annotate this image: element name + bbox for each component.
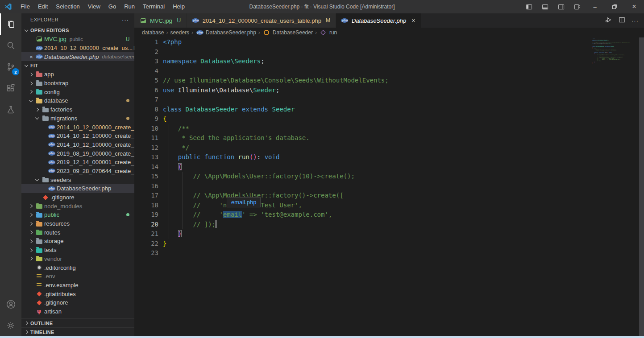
close-tab-icon[interactable]: ×: [410, 17, 417, 24]
tree-item-tests[interactable]: tests: [21, 246, 134, 255]
chevron-right-icon[interactable]: [28, 89, 34, 95]
tree-item--gitattributes[interactable]: .gitattributes: [21, 289, 134, 298]
explorer-more-actions-icon[interactable]: ···: [122, 16, 129, 23]
code-line-5[interactable]: 5// use Illuminate\Database\Console\Seed…: [134, 76, 592, 86]
tree-item--gitignore[interactable]: .gitignore: [21, 193, 134, 202]
open-editor-item[interactable]: ×DatabaseSeeder.phpdatabase\seeders: [21, 52, 134, 61]
close-window-button[interactable]: ×: [624, 0, 644, 13]
tree-item-2019-08-19-000000-create-failed-j-[interactable]: 2019_08_19_000000_create_failed_j...: [21, 149, 134, 158]
tree-item-2019-12-14-000001-create-person-[interactable]: 2019_12_14_000001_create_person...: [21, 158, 134, 167]
tree-item-2014-10-12-100000-create-passw-[interactable]: 2014_10_12_100000_create_passw...: [21, 140, 134, 149]
chevron-right-icon[interactable]: [28, 229, 34, 235]
chevron-down-icon[interactable]: [28, 98, 34, 104]
code-line-18[interactable]: 18 // 'name' => 'Test User',: [134, 201, 592, 210]
tree-item--env[interactable]: .env: [21, 272, 134, 281]
chevron-right-icon[interactable]: [28, 212, 34, 218]
code-line-3[interactable]: 3namespace Database\Seeders;: [134, 57, 592, 66]
code-line-10[interactable]: 10 /**: [134, 124, 592, 134]
restore-button[interactable]: [605, 0, 624, 13]
tree-item-resources[interactable]: resources: [21, 219, 134, 228]
run-php-icon[interactable]: [605, 16, 612, 25]
code-line-7[interactable]: 7: [134, 95, 592, 105]
tree-item-node-modules[interactable]: node_modules: [21, 202, 134, 210]
timeline-header[interactable]: TIMELINE: [21, 327, 134, 336]
menu-run[interactable]: Run: [120, 0, 139, 13]
breadcrumb-item-run[interactable]: run: [319, 29, 337, 36]
chevron-right-icon[interactable]: [28, 203, 34, 209]
toggle-secondary-sidebar-icon[interactable]: [553, 0, 569, 13]
menu-selection[interactable]: Selection: [52, 0, 83, 13]
code-line-20[interactable]: 20 // ]);: [134, 220, 592, 230]
chevron-down-icon[interactable]: [34, 115, 40, 121]
tree-item-artisan[interactable]: ψartisan: [21, 307, 134, 316]
code-line-23[interactable]: 23: [134, 248, 592, 258]
tree-item-seeders[interactable]: seeders: [21, 175, 134, 184]
root-folder-header[interactable]: FIT: [21, 61, 134, 70]
tab-databaseseeder-php[interactable]: DatabaseSeeder.php×: [336, 13, 422, 28]
tree-item-storage[interactable]: storage: [21, 237, 134, 246]
code-line-19[interactable]: 19 // 'email' => 'test@example.com',: [134, 210, 592, 220]
tab-2014-10-12-000000-create-users-table-php[interactable]: 2014_10_12_000000_create_users_table.php…: [187, 13, 336, 28]
source-control-icon[interactable]: 2: [0, 56, 21, 78]
extensions-icon[interactable]: [0, 78, 21, 99]
chevron-right-icon[interactable]: [28, 80, 34, 87]
breadcrumb-item-seeders[interactable]: seeders: [170, 29, 189, 36]
code-line-17[interactable]: 17 // \App\Models\User::factory()->creat…: [134, 191, 592, 201]
code-line-6[interactable]: 6use Illuminate\Database\Seeder;: [134, 86, 592, 95]
menu-help[interactable]: Help: [169, 0, 189, 13]
menu-edit[interactable]: Edit: [34, 0, 52, 13]
code-line-12[interactable]: 12 */: [134, 143, 592, 153]
tree-item--editorconfig[interactable]: .editorconfig: [21, 263, 134, 272]
editor-scrollbar[interactable]: [639, 37, 644, 336]
open-editor-item[interactable]: MVC.jpgpublicU: [21, 35, 134, 44]
breadcrumb-item-databaseseeder-php[interactable]: DatabaseSeeder.php: [195, 29, 256, 36]
tree-item--env-example[interactable]: .env.example: [21, 281, 134, 290]
minimap[interactable]: <?phpnamespace Database\Seeders;// use I…: [592, 38, 639, 66]
tree-item-config[interactable]: config: [21, 87, 134, 96]
open-editor-item[interactable]: 2014_10_12_000000_create_us...M: [21, 44, 134, 53]
tree-item-public[interactable]: public: [21, 210, 134, 219]
customize-layout-icon[interactable]: [569, 0, 585, 13]
code-line-21[interactable]: 21 }: [134, 229, 592, 239]
chevron-right-icon[interactable]: [28, 256, 34, 262]
code-line-4[interactable]: 4: [134, 66, 592, 76]
explorer-icon[interactable]: [0, 13, 21, 35]
chevron-down-icon[interactable]: [34, 177, 40, 183]
breadcrumb-item-databaseseeder[interactable]: DatabaseSeeder: [262, 29, 313, 36]
menu-terminal[interactable]: Terminal: [139, 0, 169, 13]
menu-file[interactable]: File: [17, 0, 34, 13]
tree-item-app[interactable]: app: [21, 70, 134, 79]
chevron-right-icon[interactable]: [28, 221, 34, 227]
more-actions-icon[interactable]: ···: [632, 17, 639, 24]
tree-item-bootstrap[interactable]: bootstrap: [21, 79, 134, 88]
menu-go[interactable]: Go: [104, 0, 120, 13]
chevron-right-icon[interactable]: [28, 247, 34, 253]
code-line-22[interactable]: 22}: [134, 239, 592, 249]
code-line-14[interactable]: 14 {: [134, 162, 592, 172]
code-line-11[interactable]: 11 * Seed the application's database.: [134, 133, 592, 143]
tree-item--gitignore[interactable]: .gitignore: [21, 298, 134, 307]
tab-mvc-jpg[interactable]: MVC.jpgU: [134, 13, 187, 28]
tree-item-database[interactable]: database: [21, 96, 134, 105]
close-icon[interactable]: ×: [28, 54, 35, 60]
settings-gear-icon[interactable]: [0, 315, 21, 336]
breadcrumb-item-database[interactable]: database: [142, 29, 164, 36]
code-line-15[interactable]: 15 // \App\Models\User::factory(10)->cre…: [134, 172, 592, 181]
tree-item-migrations[interactable]: migrations: [21, 114, 134, 123]
toggle-panel-icon[interactable]: [537, 0, 553, 13]
testing-icon[interactable]: [0, 99, 21, 120]
chevron-right-icon[interactable]: [34, 107, 40, 113]
code-line-2[interactable]: 2: [134, 47, 592, 57]
accounts-icon[interactable]: [0, 293, 21, 315]
split-editor-icon[interactable]: [619, 16, 625, 25]
chevron-right-icon[interactable]: [28, 71, 34, 78]
code-line-8[interactable]: 8class DatabaseSeeder extends Seeder: [134, 105, 592, 115]
tree-item-2014-10-12-100000-create-passw-[interactable]: 2014_10_12_100000_create_passw...: [21, 132, 134, 140]
code-editor[interactable]: 1<?php23namespace Database\Seeders;45// …: [134, 37, 644, 336]
menu-view[interactable]: View: [84, 0, 104, 13]
toggle-sidebar-icon[interactable]: [521, 0, 537, 13]
code-line-16[interactable]: 16: [134, 181, 592, 191]
tree-item-2014-10-12-000000-create-u-[interactable]: 2014_10_12_000000_create_u...M: [21, 123, 134, 132]
code-line-13[interactable]: 13 public function run(): void: [134, 153, 592, 162]
tree-item-2023-09-28-070644-create-permis-[interactable]: 2023_09_28_070644_create_permis...: [21, 167, 134, 176]
